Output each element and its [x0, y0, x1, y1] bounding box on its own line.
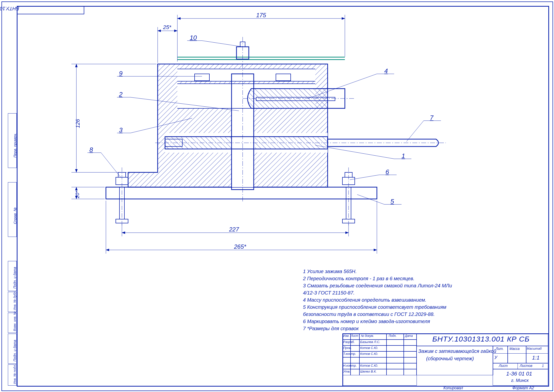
row-tkontr-name: Котов С.Ю.: [360, 352, 378, 356]
svg-line-59: [406, 121, 424, 142]
callout-3: 3: [119, 126, 122, 134]
tb-u: У: [494, 355, 497, 360]
note-1: 1 Усилие зажима 565Н.: [303, 268, 539, 275]
hdr-podp: Подп.: [389, 334, 397, 338]
hdr-list: Лист: [351, 334, 358, 338]
row-razrab: Разраб.: [343, 340, 355, 344]
note-5: 5 Конструкция приспособления соответсвуе…: [303, 304, 539, 310]
hdr-ndoc: № докум.: [361, 334, 374, 338]
tb-spec: 1-36 01 01: [506, 371, 532, 377]
hdr-izm: Изм.: [343, 334, 350, 338]
svg-rect-2: [106, 187, 377, 199]
svg-line-55: [101, 153, 121, 177]
row-nkontr-name: Котов С.Ю.: [360, 364, 378, 367]
row-prov: Пров.: [343, 346, 352, 350]
callout-4: 4: [384, 67, 388, 75]
tb-title1: Зажим с затягивающейся гайкой: [418, 348, 496, 354]
tb-drawing-no: БНТУ.10301313.001 КР СБ: [432, 335, 530, 343]
note-4: 4 Массу приспособления определить взвеши…: [303, 297, 539, 303]
tb-lit: Лит.: [496, 347, 504, 351]
format-label: Формат A2: [512, 386, 534, 390]
tb-city: г. Минск: [511, 378, 529, 383]
callout-5: 5: [390, 198, 394, 205]
tb-list: Лист: [499, 364, 508, 368]
row-utv: Утв.: [343, 370, 351, 373]
callout-2: 2: [119, 91, 122, 98]
notes-block: 1 Усилие зажима 565Н. 2 Переодичность ко…: [303, 268, 539, 333]
tb-listov: Листов: [520, 364, 532, 368]
dim-175: 175: [256, 12, 266, 19]
col-podp: [386, 333, 404, 375]
callout-9: 9: [119, 70, 122, 77]
row-nkontr: Н.контр.: [343, 364, 357, 367]
note-3b: 4/12-3 ГОСТ 21150-87.: [303, 290, 539, 296]
copier-label: Копировал: [443, 386, 463, 390]
tb-massa: Масса: [509, 347, 520, 351]
dim-227: 227: [229, 226, 239, 233]
tb-listov-n: 1: [542, 364, 544, 368]
row-utv-name: Шелег В.К.: [360, 370, 377, 373]
col-data: [403, 333, 417, 375]
callout-8: 8: [89, 146, 93, 154]
callout-6: 6: [386, 168, 389, 176]
dim-126: 126: [75, 119, 81, 128]
svg-rect-3: [177, 69, 315, 81]
note-2: 2 Переодичность контроля - 1 раз в 6 мес…: [303, 276, 539, 282]
tb-title2: (сборочный чертеж): [426, 356, 474, 361]
note-5b: безопасности труда в соответсвии с ГОСТ …: [303, 311, 539, 317]
row-tkontr: Т.контр.: [343, 352, 356, 356]
note-7: 7 *Размеры для справок: [303, 326, 539, 332]
note-3: 3 Смазать резьбовые соеденения смазкой т…: [303, 283, 539, 289]
row-razrab-name: Базылев Л.С.: [360, 340, 380, 344]
hdr-data: Дата: [405, 334, 413, 338]
svg-line-65: [357, 195, 384, 204]
tb-masht: Масштаб: [527, 347, 542, 350]
tb-scale: 1:1: [532, 355, 540, 361]
dim-265: 265*: [234, 243, 246, 250]
callout-7: 7: [430, 114, 433, 122]
callout-10: 10: [190, 34, 197, 42]
note-6: 6 Маркировать номер и клеймо завода-изго…: [303, 318, 539, 325]
dim-25: 25*: [163, 24, 171, 31]
svg-line-47: [202, 41, 243, 47]
callout-1: 1: [402, 152, 405, 160]
row-prov-name: Котов С.Ю.: [360, 346, 378, 350]
dim-20: 20*: [75, 191, 80, 198]
